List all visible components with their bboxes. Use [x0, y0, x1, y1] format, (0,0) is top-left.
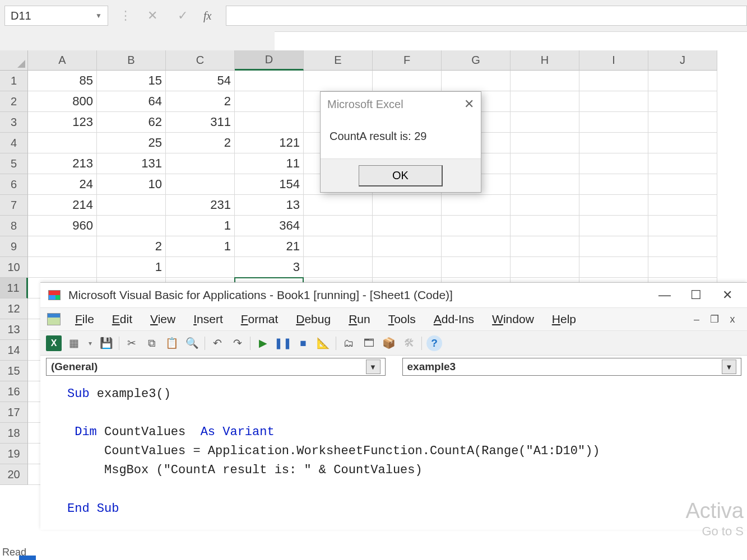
- cell[interactable]: [579, 174, 648, 195]
- cancel-formula-icon[interactable]: ✕: [143, 8, 162, 23]
- cell[interactable]: [235, 71, 304, 91]
- column-header[interactable]: A: [28, 50, 97, 71]
- cell[interactable]: [511, 133, 579, 153]
- menu-view[interactable]: View: [142, 310, 183, 328]
- column-header[interactable]: G: [442, 50, 511, 71]
- cell[interactable]: [373, 257, 442, 278]
- cell[interactable]: [579, 133, 648, 153]
- cell[interactable]: [648, 153, 717, 174]
- name-box-dropdown-icon[interactable]: ▼: [95, 12, 102, 20]
- cell[interactable]: [442, 216, 511, 236]
- fx-icon[interactable]: fx: [203, 10, 211, 22]
- cell[interactable]: [511, 257, 579, 278]
- help-icon[interactable]: ?: [426, 335, 442, 351]
- row-header[interactable]: 20: [0, 464, 28, 485]
- row-header[interactable]: 3: [0, 112, 28, 133]
- menu-run[interactable]: Run: [341, 310, 378, 328]
- cell[interactable]: [579, 257, 648, 278]
- name-box[interactable]: D11 ▼: [4, 6, 108, 26]
- project-explorer-icon[interactable]: 🗂: [341, 335, 356, 351]
- cell[interactable]: [442, 236, 511, 257]
- maximize-icon[interactable]: ☐: [684, 288, 708, 302]
- column-header[interactable]: I: [579, 50, 648, 71]
- vbe-system-menu-icon[interactable]: [47, 313, 61, 325]
- cell[interactable]: 24: [28, 174, 97, 195]
- column-header[interactable]: H: [511, 50, 579, 71]
- cell[interactable]: [373, 216, 442, 236]
- cell[interactable]: [511, 112, 579, 133]
- cell[interactable]: 62: [97, 112, 166, 133]
- cell[interactable]: 364: [235, 216, 304, 236]
- select-all-corner[interactable]: [0, 50, 28, 71]
- cell[interactable]: [511, 91, 579, 112]
- dropdown-icon[interactable]: ▼: [366, 360, 381, 374]
- row-header[interactable]: 11: [0, 278, 28, 298]
- menu-file[interactable]: File: [67, 310, 102, 328]
- cell[interactable]: 1: [166, 216, 235, 236]
- cell[interactable]: [579, 112, 648, 133]
- row-header[interactable]: 14: [0, 340, 28, 361]
- cell[interactable]: 123: [28, 112, 97, 133]
- cell[interactable]: 64: [97, 91, 166, 112]
- cell[interactable]: 2: [97, 236, 166, 257]
- cell[interactable]: [304, 71, 373, 91]
- cell[interactable]: [579, 91, 648, 112]
- cell[interactable]: [442, 257, 511, 278]
- code-pane[interactable]: Sub example3() Dim CountValues As Varian…: [40, 377, 747, 530]
- cell[interactable]: [648, 133, 717, 153]
- column-header[interactable]: B: [97, 50, 166, 71]
- cell[interactable]: [579, 195, 648, 216]
- mdi-minimize-icon[interactable]: –: [689, 314, 704, 325]
- cell[interactable]: 85: [28, 71, 97, 91]
- row-header[interactable]: 7: [0, 195, 28, 216]
- cell[interactable]: [648, 71, 717, 91]
- cell[interactable]: 231: [166, 195, 235, 216]
- menu-debug[interactable]: Debug: [288, 310, 338, 328]
- cell[interactable]: [28, 236, 97, 257]
- close-icon[interactable]: ✕: [716, 288, 739, 302]
- cell[interactable]: [166, 257, 235, 278]
- cell[interactable]: [648, 216, 717, 236]
- cell[interactable]: [648, 195, 717, 216]
- cell[interactable]: [235, 112, 304, 133]
- cell[interactable]: 2: [166, 91, 235, 112]
- toolbox-icon[interactable]: 🛠: [401, 335, 417, 351]
- cell[interactable]: 54: [166, 71, 235, 91]
- cell[interactable]: 121: [235, 133, 304, 153]
- message-box-titlebar[interactable]: Microsoft Excel ✕: [321, 92, 481, 116]
- object-combo[interactable]: (General) ▼: [46, 358, 386, 376]
- cell[interactable]: 25: [97, 133, 166, 153]
- design-mode-icon[interactable]: 📐: [315, 335, 331, 351]
- menu-tools[interactable]: Tools: [381, 310, 424, 328]
- cell[interactable]: 213: [28, 153, 97, 174]
- cell[interactable]: [511, 236, 579, 257]
- menu-format[interactable]: Format: [233, 310, 286, 328]
- menu-add-ins[interactable]: Add-Ins: [426, 310, 482, 328]
- copy-icon[interactable]: ⧉: [144, 335, 160, 351]
- insert-module-icon[interactable]: ▦: [66, 335, 82, 351]
- cell[interactable]: [511, 216, 579, 236]
- cell[interactable]: [235, 91, 304, 112]
- column-header[interactable]: D: [235, 50, 304, 71]
- menu-help[interactable]: Help: [544, 310, 584, 328]
- row-header[interactable]: 10: [0, 257, 28, 278]
- row-header[interactable]: 15: [0, 361, 28, 381]
- cell[interactable]: [648, 112, 717, 133]
- close-icon[interactable]: ✕: [464, 97, 474, 111]
- cell[interactable]: 800: [28, 91, 97, 112]
- cell[interactable]: [373, 71, 442, 91]
- row-header[interactable]: 16: [0, 381, 28, 402]
- cell[interactable]: 13: [235, 195, 304, 216]
- cell[interactable]: [442, 71, 511, 91]
- cell[interactable]: 11: [235, 153, 304, 174]
- row-header[interactable]: 4: [0, 133, 28, 153]
- vbe-titlebar[interactable]: Microsoft Visual Basic for Applications …: [40, 283, 747, 307]
- cell[interactable]: [648, 257, 717, 278]
- cell[interactable]: [28, 133, 97, 153]
- redo-icon[interactable]: ↷: [230, 335, 245, 351]
- accept-formula-icon[interactable]: ✓: [173, 8, 192, 23]
- row-header[interactable]: 19: [0, 444, 28, 464]
- cell[interactable]: [304, 236, 373, 257]
- break-icon[interactable]: ❚❚: [275, 335, 291, 351]
- cell[interactable]: [373, 236, 442, 257]
